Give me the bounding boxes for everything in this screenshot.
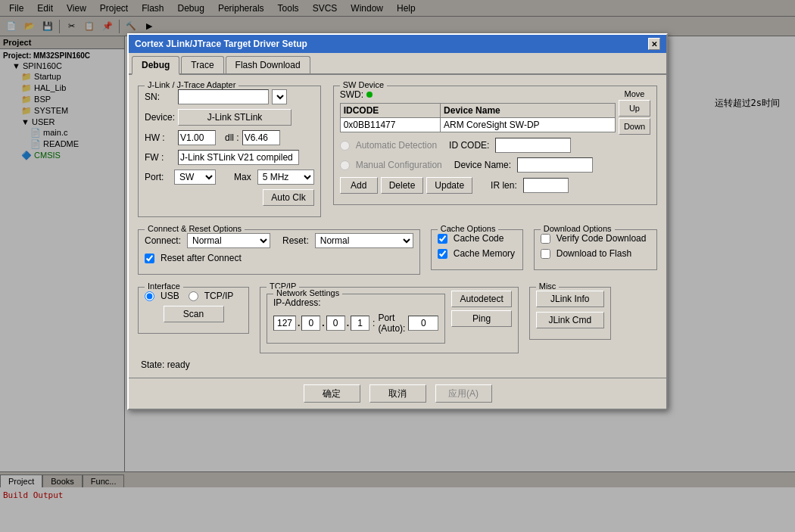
jlink-info-row: JLink Info (536, 291, 604, 307)
port-separator: : (373, 318, 375, 328)
delete-button[interactable]: Delete (381, 177, 424, 194)
table-row[interactable]: 0x0BB11477 ARM CoreSight SW-DP (340, 118, 615, 132)
max-label: Max (234, 172, 251, 182)
device-label: Device: (145, 112, 175, 123)
jlink-info-button[interactable]: JLink Info (536, 291, 604, 307)
download-to-flash-label: Download to Flash (556, 248, 631, 259)
autoclk-row: Auto Clk (145, 189, 314, 206)
tab-debug[interactable]: Debug (132, 56, 179, 75)
confirm-button[interactable]: 确定 (304, 384, 360, 403)
usb-radio[interactable] (145, 291, 154, 301)
device-name-label: Device Name: (454, 160, 511, 170)
interface-group-title: Interface (145, 282, 183, 291)
misc-group-title: Misc (536, 282, 560, 291)
connect-row: Connect: Normal Connect under Reset Rese… (145, 233, 413, 248)
reset-after-connect-checkbox[interactable] (145, 254, 154, 263)
cache-code-row: Cache Code (438, 233, 516, 244)
automatic-detection-radio[interactable] (340, 141, 350, 151)
bottom-interface-sections: Interface USB TCP/IP Scan (135, 282, 660, 358)
sn-dropdown[interactable] (272, 89, 287, 104)
autoclk-button[interactable]: Auto Clk (263, 189, 313, 206)
cache-code-checkbox[interactable] (438, 234, 447, 244)
connect-group-title: Connect & Reset Options (145, 224, 245, 233)
cache-memory-label: Cache Memory (454, 248, 515, 259)
interface-group: Interface USB TCP/IP Scan (138, 287, 249, 334)
ping-button[interactable]: Ping (451, 310, 511, 327)
manual-config-radio[interactable] (340, 160, 350, 170)
download-to-flash-checkbox[interactable] (541, 249, 550, 259)
manual-row: Manual Configuration Device Name: (340, 157, 650, 173)
verify-code-row: Verify Code Download (541, 233, 650, 244)
swdi-label: SWD: (340, 89, 363, 100)
move-down-button[interactable]: Down (619, 118, 650, 135)
network-settings-title: Network Settings (273, 288, 342, 297)
connect-label: Connect: (145, 235, 181, 246)
network-settings-group: Network Settings IP-Address: . . (267, 294, 445, 344)
swdi-row: SWD: (340, 89, 616, 100)
hw-row: HW : dll : (145, 130, 314, 145)
ip-octet-1[interactable] (273, 316, 296, 331)
cache-memory-row: Cache Memory (438, 248, 516, 259)
interface-radio-row: USB TCP/IP (145, 291, 242, 301)
dll-label: dll : (225, 132, 239, 143)
port-select[interactable]: SW JTAG (174, 170, 216, 185)
sn-row: SN: (145, 89, 314, 104)
sw-device-group-title: SW Device (340, 80, 387, 89)
dialog-close-button[interactable]: ✕ (648, 38, 660, 50)
sw-table-header-devicename: Device Name (441, 104, 616, 118)
cache-memory-checkbox[interactable] (438, 249, 447, 259)
detection-row: Automatic Detection ID CODE: (340, 138, 650, 153)
state-bar: State: ready (135, 358, 660, 372)
dialog-titlebar: Cortex JLink/JTrace Target Driver Setup … (129, 35, 666, 53)
reset-select[interactable]: Normal Hardware Software (315, 233, 413, 248)
tab-flash-download[interactable]: Flash Download (226, 56, 310, 73)
sn-input[interactable] (178, 89, 269, 104)
dialog: Cortex JLink/JTrace Target Driver Setup … (127, 33, 668, 410)
tab-bar: Debug Trace Flash Download (129, 53, 666, 75)
ir-len-label: IR len: (491, 180, 517, 191)
cancel-button[interactable]: 取消 (369, 384, 426, 403)
misc-section: Misc JLink Info JLink Cmd (526, 282, 614, 358)
sw-device-top: SWD: IDCODE Device Name (340, 89, 650, 135)
move-up-button[interactable]: Up (619, 100, 650, 117)
port-input[interactable] (408, 316, 438, 331)
dialog-body: J-Link / J-Trace Adapter SN: Device: J-L… (129, 75, 666, 378)
tcpip-radio[interactable] (189, 291, 198, 301)
jlink-section: J-Link / J-Trace Adapter SN: Device: J-L… (135, 81, 324, 222)
device-name-input[interactable] (517, 157, 593, 173)
ip-dot-2: . (321, 318, 325, 328)
jlink-group: J-Link / J-Trace Adapter SN: Device: J-L… (138, 86, 321, 217)
connect-select[interactable]: Normal Connect under Reset (187, 233, 270, 248)
verify-code-checkbox[interactable] (541, 234, 550, 244)
jlink-cmd-button[interactable]: JLink Cmd (536, 312, 604, 328)
download-group: Download Options Verify Code Download Do… (534, 229, 657, 270)
update-button[interactable]: Update (426, 177, 472, 194)
reset-after-connect-row: Reset after Connect (145, 253, 413, 263)
port-row: Port: SW JTAG Max 5 MHz 10 MHz (145, 170, 314, 185)
sw-table-idcode: 0x0BB11477 (340, 118, 440, 132)
port-auto-label: Port (Auto): (378, 313, 405, 334)
ir-len-input[interactable] (523, 178, 569, 193)
cache-group: Cache Options Cache Code Cache Memory (431, 229, 523, 270)
hw-label: HW : (145, 132, 175, 143)
device-button[interactable]: J-Link STLink (178, 109, 292, 126)
ip-octet-4[interactable] (351, 316, 369, 331)
download-to-flash-row: Download to Flash (541, 248, 650, 259)
add-button[interactable]: Add (340, 177, 378, 194)
apply-button[interactable]: 应用(A) (435, 384, 492, 403)
ip-address-row: IP-Address: (273, 297, 438, 308)
ip-octet-3[interactable] (326, 316, 345, 331)
download-group-title: Download Options (541, 224, 615, 233)
id-code-input[interactable] (495, 138, 571, 153)
sw-table-area: SWD: IDCODE Device Name (340, 89, 616, 132)
swdi-indicator (366, 92, 373, 98)
tab-trace[interactable]: Trace (181, 56, 223, 73)
reset-after-connect-label: Reset after Connect (161, 253, 242, 263)
autodetect-button[interactable]: Autodetect (451, 291, 511, 307)
tcpip-section: TCP/IP Network Settings IP-Address: . (257, 282, 522, 358)
ip-octet-2[interactable] (301, 316, 320, 331)
device-row: Device: J-Link STLink (145, 109, 314, 126)
scan-button[interactable]: Scan (164, 306, 224, 322)
sw-device-group: SW Device SWD: IDCODE (333, 86, 657, 205)
max-select[interactable]: 5 MHz 10 MHz (257, 170, 314, 185)
